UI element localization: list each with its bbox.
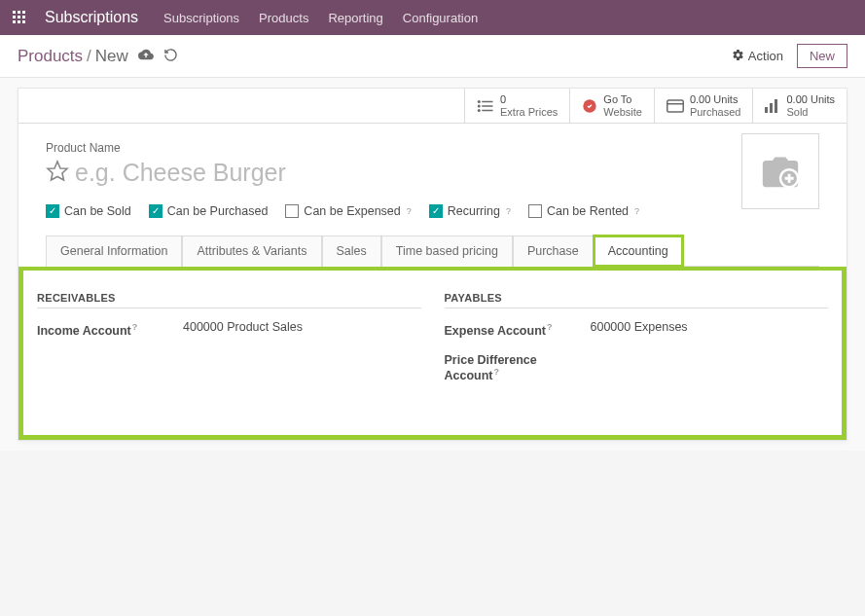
help-icon[interactable]: ? (547, 322, 553, 332)
svg-rect-5 (22, 16, 25, 18)
stat-extra-prices[interactable]: 0Extra Prices (465, 89, 570, 123)
product-image-upload[interactable] (741, 133, 819, 209)
favorite-star-icon[interactable] (46, 160, 69, 186)
option-checkbox-row: Can be Sold Can be Purchased Can be Expe… (46, 204, 819, 218)
nav-link-subscriptions[interactable]: Subscriptions (163, 11, 239, 25)
breadcrumb-root[interactable]: Products (18, 47, 83, 65)
income-account-label: Income Account? (37, 320, 183, 338)
svg-rect-12 (482, 105, 492, 107)
svg-rect-14 (482, 109, 492, 111)
page-area: 0Extra Prices Go ToWebsite 0.00 UnitsPur… (0, 78, 865, 451)
svg-rect-0 (13, 11, 16, 14)
svg-rect-4 (18, 16, 20, 18)
apps-icon[interactable] (12, 10, 27, 25)
discard-icon[interactable] (163, 48, 178, 65)
checkbox-can-be-rented[interactable]: Can be Rented? (528, 204, 639, 218)
nav-link-products[interactable]: Products (259, 11, 308, 25)
stat-spacer (18, 89, 465, 123)
svg-rect-2 (22, 11, 25, 14)
action-label: Action (748, 49, 783, 63)
receivables-heading: RECEIVABLES (37, 292, 421, 308)
card-body: Product Name Can be Sold Can be Purchase… (18, 124, 847, 267)
tab-accounting[interactable]: Accounting (594, 236, 683, 267)
payables-heading: PAYABLES (445, 292, 829, 308)
checkbox-recurring[interactable]: Recurring? (429, 204, 511, 218)
stat-website[interactable]: Go ToWebsite (570, 89, 655, 123)
stat-purchased-label: Purchased (690, 106, 741, 118)
tab-general-information[interactable]: General Information (46, 236, 182, 267)
svg-marker-21 (48, 162, 67, 180)
help-icon[interactable]: ? (634, 206, 639, 216)
svg-rect-20 (775, 99, 777, 113)
expense-account-label: Expense Account? (445, 320, 591, 338)
stat-purchased-count: 0.00 Units (690, 93, 741, 105)
help-icon[interactable]: ? (132, 322, 138, 332)
svg-rect-19 (770, 103, 773, 113)
expense-account-value[interactable]: 600000 Expenses (591, 320, 688, 334)
price-diff-account-label: Price Difference Account? (445, 351, 591, 382)
tab-bar: General Information Attributes & Variant… (46, 236, 819, 267)
tab-attributes-variants[interactable]: Attributes & Variants (182, 236, 321, 267)
globe-icon (582, 98, 597, 114)
checkbox-can-be-expensed[interactable]: Can be Expensed? (285, 204, 411, 218)
help-icon[interactable]: ? (494, 367, 500, 377)
stat-extra-prices-count: 0 (500, 93, 558, 105)
tab-purchase[interactable]: Purchase (513, 236, 594, 267)
svg-rect-1 (18, 11, 20, 14)
breadcrumb-current: New (95, 47, 128, 65)
svg-point-11 (478, 104, 481, 107)
receivables-section: RECEIVABLES Income Account? 400000 Produ… (37, 292, 421, 396)
bar-chart-icon (765, 99, 780, 113)
svg-rect-3 (13, 16, 16, 18)
stat-sold[interactable]: 0.00 UnitsSold (753, 89, 847, 123)
payables-section: PAYABLES Expense Account? 600000 Expense… (445, 292, 829, 396)
accounting-tab-content: RECEIVABLES Income Account? 400000 Produ… (18, 267, 847, 440)
help-icon[interactable]: ? (407, 206, 412, 216)
checkbox-can-be-expensed-label: Can be Expensed (304, 204, 400, 218)
stat-website-l2: Website (603, 106, 642, 118)
svg-point-9 (478, 100, 481, 103)
product-name-label: Product Name (46, 141, 819, 155)
checkbox-can-be-rented-label: Can be Rented (547, 204, 629, 218)
product-name-input[interactable] (75, 159, 561, 187)
checkbox-can-be-sold[interactable]: Can be Sold (46, 204, 131, 218)
breadcrumb-bar: Products/New Action New (0, 35, 865, 78)
form-card: 0Extra Prices Go ToWebsite 0.00 UnitsPur… (18, 88, 847, 441)
svg-rect-10 (482, 100, 492, 102)
svg-rect-6 (13, 20, 16, 23)
new-button[interactable]: New (797, 44, 847, 68)
list-icon (477, 99, 494, 113)
checkbox-can-be-purchased[interactable]: Can be Purchased (149, 204, 269, 218)
nav-links: Subscriptions Products Reporting Configu… (163, 11, 478, 25)
stat-sold-count: 0.00 Units (786, 93, 835, 105)
svg-rect-18 (765, 107, 768, 113)
breadcrumb: Products/New (18, 47, 128, 66)
stat-extra-prices-label: Extra Prices (500, 106, 558, 118)
svg-point-13 (478, 109, 481, 112)
top-nav: Subscriptions Subscriptions Products Rep… (0, 0, 865, 35)
stat-website-l1: Go To (603, 93, 642, 105)
nav-link-reporting[interactable]: Reporting (328, 11, 382, 25)
app-title: Subscriptions (45, 9, 138, 26)
stat-purchased[interactable]: 0.00 UnitsPurchased (655, 89, 754, 123)
gear-icon (732, 49, 744, 64)
svg-rect-7 (18, 20, 20, 23)
stat-sold-label: Sold (786, 106, 835, 118)
tab-time-based-pricing[interactable]: Time based pricing (381, 236, 513, 267)
nav-link-configuration[interactable]: Configuration (403, 11, 478, 25)
cloud-upload-icon[interactable] (138, 47, 154, 65)
action-dropdown[interactable]: Action (732, 49, 783, 64)
tab-sales[interactable]: Sales (322, 236, 381, 267)
income-account-value[interactable]: 400000 Product Sales (183, 320, 303, 334)
stat-bar: 0Extra Prices Go ToWebsite 0.00 UnitsPur… (18, 89, 847, 124)
help-icon[interactable]: ? (506, 206, 511, 216)
svg-rect-16 (667, 100, 684, 112)
credit-card-icon (667, 99, 684, 113)
svg-rect-8 (22, 20, 25, 23)
checkbox-recurring-label: Recurring (448, 204, 500, 218)
checkbox-can-be-purchased-label: Can be Purchased (167, 204, 269, 218)
checkbox-can-be-sold-label: Can be Sold (64, 204, 131, 218)
